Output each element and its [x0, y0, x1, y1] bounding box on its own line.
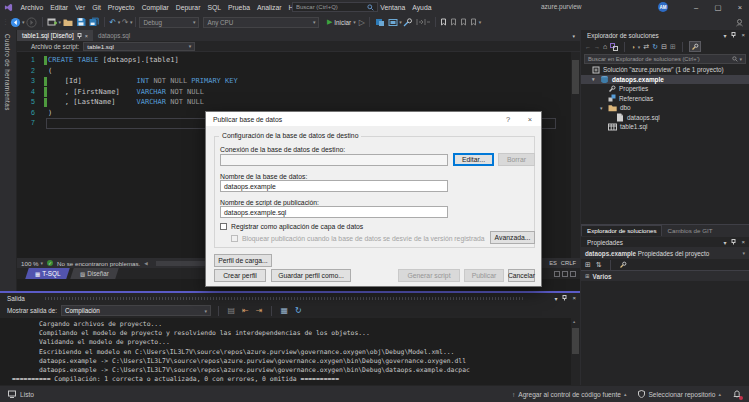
edit-connection-button[interactable]: Editar...: [453, 153, 494, 166]
home-icon[interactable]: ⌂: [603, 43, 607, 50]
start-without-debug-icon[interactable]: ▷: [357, 15, 366, 29]
output-scrollbar[interactable]: ▴: [571, 318, 580, 387]
avatar[interactable]: AM: [658, 2, 668, 12]
alphabetical-icon[interactable]: ⇅: [596, 261, 602, 269]
tab-solution-explorer[interactable]: Explorador de soluciones: [581, 225, 662, 236]
undo-icon[interactable]: ↶: [108, 15, 118, 29]
solution-explorer-search-input[interactable]: Buscar en Explorador de soluciones (Ctrl…: [584, 54, 746, 64]
pin-icon[interactable]: [731, 239, 736, 245]
editor-vertical-scrollbar[interactable]: [571, 52, 580, 258]
dialog-title-bar[interactable]: Publicar base de datos: [206, 112, 541, 126]
dialog-help-button[interactable]: ?: [497, 112, 519, 126]
menu-analizar[interactable]: Analizar: [253, 4, 285, 11]
toolbox-vertical-tab[interactable]: Cuadro de herramientas: [0, 30, 17, 291]
next-message-icon[interactable]: ⇥: [254, 304, 264, 318]
tab-dataops-sql[interactable]: dataops.sql: [93, 30, 135, 41]
zoom-select[interactable]: 100 %▾: [21, 260, 43, 267]
preview-changes-icon[interactable]: [373, 15, 386, 29]
close-panel-icon[interactable]: ×: [741, 239, 745, 245]
window-position-icon[interactable]: ▾: [554, 295, 557, 302]
output-log[interactable]: Cargando archivos de proyecto... Compila…: [0, 318, 571, 387]
configuration-select[interactable]: Debug▾: [139, 17, 199, 28]
menu-editar[interactable]: Editar: [47, 4, 72, 11]
properties-title-bar[interactable]: Propiedades ▾ ×: [581, 237, 749, 247]
tab-git-changes[interactable]: Cambios de GIT: [662, 226, 717, 236]
split-layout-icon-2[interactable]: [562, 271, 568, 277]
navigate-back-icon[interactable]: [8, 15, 22, 29]
code-line-1[interactable]: 1CREATE TABLE [dataops].[table1]: [17, 55, 571, 66]
tab-tsql[interactable]: ▦T-SQL: [25, 268, 70, 279]
menu-prueba[interactable]: Prueba: [225, 4, 254, 11]
pin-icon[interactable]: [562, 295, 567, 301]
pin-icon[interactable]: [731, 32, 736, 38]
pin-icon[interactable]: [77, 33, 82, 39]
show-all-files-icon[interactable]: ⊞: [670, 43, 676, 51]
document-well-dropdown[interactable]: ▾: [572, 33, 575, 39]
new-project-icon[interactable]: [46, 15, 59, 29]
register-dac-label[interactable]: Registrar como aplicación de capa de dat…: [231, 223, 363, 230]
save-profile-as-button[interactable]: Guardar perfil como...: [271, 269, 351, 282]
add-source-control-button[interactable]: ↑ Agregar al control de código fuente ▴: [512, 391, 626, 398]
tree-item-dbo[interactable]: ▾dbo: [581, 103, 749, 113]
tree-item-dataops-sql[interactable]: dataops.sql: [581, 113, 749, 123]
feedback-icon[interactable]: [733, 15, 745, 29]
tab-table1-sql[interactable]: table1.sql [Diseño] ×: [17, 30, 93, 41]
close-panel-icon[interactable]: ×: [741, 32, 745, 38]
encoding-indicator[interactable]: ES: [549, 260, 557, 266]
split-layout-icon-3[interactable]: [570, 271, 576, 277]
goto-message-icon[interactable]: ▤: [226, 304, 237, 318]
properties-tool-icon[interactable]: [689, 41, 701, 52]
step-icons[interactable]: [415, 15, 432, 29]
select-repository-button[interactable]: Seleccionar repositorio ▴: [638, 390, 721, 398]
properties-object-select[interactable]: dataops.example Propiedades del proyecto…: [581, 247, 749, 259]
menu-ventana[interactable]: Ventana: [377, 4, 409, 11]
code-line-2[interactable]: 2(: [17, 66, 571, 77]
tree-item-soluci-n-azure-purview-1-de-1-proyecto-[interactable]: Solución "azure.purview" (1 de 1 proyect…: [581, 65, 749, 75]
script-name-input[interactable]: dataops.example.sql: [220, 206, 448, 218]
register-dac-checkbox[interactable]: [220, 223, 227, 230]
output-source-select[interactable]: Compilación▾: [61, 305, 211, 316]
line-ending-indicator[interactable]: CRLF: [561, 260, 576, 266]
bookmark-dropdown[interactable]: ▾: [479, 19, 482, 25]
word-wrap-icon[interactable]: ↻: [294, 304, 304, 318]
window-position-icon[interactable]: ▾: [723, 32, 726, 39]
bookmark-next-icon[interactable]: [459, 15, 469, 29]
close-panel-icon[interactable]: ×: [572, 295, 576, 301]
cancel-button[interactable]: Cancelar: [508, 269, 535, 282]
code-line-5[interactable]: 5 , [LastName] VARCHAR NOT NULL: [17, 97, 571, 108]
tab-design[interactable]: ▧Diseñar: [71, 268, 119, 279]
menu-ayuda[interactable]: Ayuda: [409, 4, 435, 11]
quick-search-input[interactable]: Buscar (Ctrl+Q): [292, 2, 378, 12]
advanced-button[interactable]: Avanzada...: [490, 231, 535, 244]
tree-item-dataops-example[interactable]: ▾dataops.example: [581, 75, 749, 85]
connection-input[interactable]: [220, 154, 448, 166]
db-name-input[interactable]: dataops.example: [220, 180, 448, 192]
script-file-select[interactable]: table1.sql▾: [83, 42, 195, 51]
save-all-icon[interactable]: [87, 15, 101, 29]
menu-sql[interactable]: SQL: [204, 4, 225, 11]
start-button[interactable]: ▶ Iniciar ▾: [325, 15, 357, 29]
dialog-close-button[interactable]: ×: [519, 112, 541, 126]
menu-git[interactable]: Git: [89, 4, 105, 11]
expander-icon[interactable]: ▾: [600, 105, 605, 111]
health-check-icon[interactable]: ✓: [47, 260, 53, 266]
se-forward-icon[interactable]: →: [594, 44, 600, 50]
publish-target-icon[interactable]: [386, 15, 399, 29]
prev-message-icon[interactable]: ⇤: [241, 304, 251, 318]
refresh-icon[interactable]: ↻: [652, 43, 658, 51]
notifications-bell-icon[interactable]: [733, 390, 741, 399]
create-profile-button[interactable]: Crear perfil: [214, 269, 266, 282]
tree-item-table1-sql[interactable]: table1.sql: [581, 122, 749, 132]
redo-dropdown[interactable]: ▾: [130, 19, 133, 25]
expander-icon[interactable]: ▾: [592, 76, 597, 82]
switch-views-icon[interactable]: [610, 43, 618, 51]
bookmark-clear-icon[interactable]: [469, 15, 479, 29]
properties-group-misc[interactable]: ⊞ Varios: [581, 271, 749, 281]
bookmark-prev-icon[interactable]: [449, 15, 459, 29]
close-button[interactable]: ×: [731, 0, 749, 14]
attach-process-icon[interactable]: [402, 15, 415, 29]
clear-all-icon[interactable]: ▦: [279, 304, 290, 318]
se-back-icon[interactable]: ←: [585, 44, 591, 50]
sync-icon[interactable]: ⇄: [643, 43, 649, 51]
code-line-3[interactable]: 3 [Id] INT NOT NULL PRIMARY KEY: [17, 76, 571, 87]
